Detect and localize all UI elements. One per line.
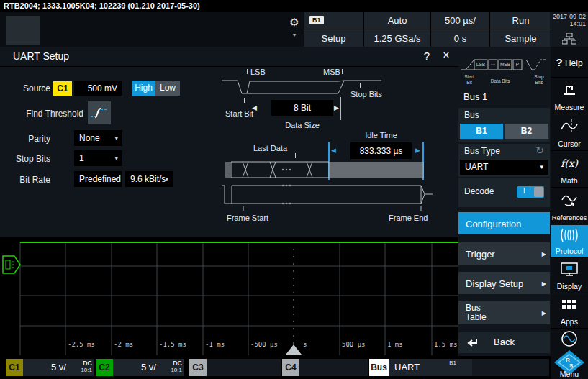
references-button[interactable]: References: [551, 188, 588, 224]
idle-time-field[interactable]: 833.333 µs: [350, 142, 412, 159]
bus-b2-button[interactable]: B2: [505, 124, 548, 139]
decrease-arrow-icon[interactable]: ◀: [252, 104, 257, 111]
toggle-on-mark: I: [523, 187, 525, 195]
polarity-high-button[interactable]: High: [132, 81, 155, 96]
start-bit-tick: [244, 98, 245, 103]
display-button[interactable]: Display: [551, 259, 588, 293]
mini-stop-bits-label: Stop: [534, 74, 544, 80]
device-info-bar: RTB2004; 1333.1005K04; 102239 (01.210 20…: [0, 0, 588, 12]
idle-right-arrow-icon[interactable]: ▶: [415, 147, 420, 154]
decode-toggle[interactable]: I: [517, 186, 544, 198]
stop-bits-label: Stop Bits: [0, 154, 50, 164]
math-button[interactable]: f(x) Math: [551, 152, 588, 188]
parity-dropdown[interactable]: None ▾: [74, 130, 122, 146]
menu-item-bus-table[interactable]: Bus Table ▶: [458, 301, 550, 324]
trigger-position-marker[interactable]: [286, 344, 302, 355]
msb-label: MSB: [323, 68, 340, 76]
c2-cell[interactable]: 5 v/ DC 10:1: [113, 359, 184, 376]
toggle-knob: [534, 187, 543, 197]
timebase-cell[interactable]: 500 µs/: [431, 12, 489, 29]
caret-down-icon[interactable]: ▾: [285, 33, 304, 37]
threshold-field[interactable]: 500 mV: [74, 81, 122, 96]
menu-item-trigger[interactable]: Trigger ▶: [458, 242, 550, 265]
parity-value: None: [79, 133, 100, 143]
menu-item-display-setup[interactable]: Display Setup ▶: [458, 272, 550, 294]
toolbar: ⚙ ▾ B1 Auto 500 µs/ Run Setup 1.25 GSa/s…: [0, 12, 588, 47]
bus-type-label: Bus Type: [464, 146, 500, 156]
bus-section-label: Bus: [464, 110, 479, 120]
submenu-arrow-icon: ▶: [542, 309, 546, 316]
toolbar-blank-button[interactable]: [6, 16, 40, 45]
c3-cell[interactable]: [207, 359, 281, 376]
acquisition-mode-cell[interactable]: Sample: [490, 29, 551, 47]
c3-badge[interactable]: C3: [189, 359, 207, 376]
question-icon: ?: [556, 56, 562, 68]
x-tick-zero: s: [303, 341, 307, 348]
x-tick: -500 µs: [250, 341, 278, 348]
bus-id-badge: B1: [449, 360, 456, 366]
polarity-low-button[interactable]: Low: [155, 81, 180, 96]
find-threshold-button[interactable]: [88, 101, 111, 124]
cursor-button[interactable]: Cursor: [551, 115, 588, 151]
lsb-tick: [247, 69, 248, 74]
frame-diagram: [220, 158, 435, 211]
stop-bits-dropdown[interactable]: 1 ▾: [74, 150, 122, 166]
references-icon: [560, 191, 579, 207]
hardkey-column: ? Help Measure Cursor f(x) Math: [551, 47, 588, 379]
apps-button[interactable]: Apps: [551, 294, 588, 329]
idle-time-label: Idle Time: [350, 131, 412, 140]
menu-button[interactable]: R S Menu: [551, 329, 588, 379]
bus-badge[interactable]: Bus: [369, 359, 389, 376]
protocol-button[interactable]: Protocol: [551, 225, 588, 258]
bus-indicator[interactable]: [2, 255, 21, 274]
sample-rate-cell[interactable]: 1.25 GSa/s: [364, 29, 430, 47]
datetime-cell[interactable]: 2017-09-02 14:01: [550, 12, 588, 47]
bus-b1-button[interactable]: B1: [460, 124, 503, 139]
c1-cell[interactable]: 5 v/ DC 10:1: [23, 359, 94, 376]
active-bus-cell[interactable]: B1: [304, 12, 363, 29]
menu-item-configuration[interactable]: Configuration: [458, 212, 550, 234]
frame-start-label: Frame Start: [227, 214, 268, 222]
data-size-label: Data Size: [271, 121, 333, 129]
c4-badge[interactable]: C4: [282, 359, 299, 376]
increase-arrow-icon[interactable]: ▶: [334, 104, 339, 111]
measure-button[interactable]: Measure: [551, 78, 588, 114]
c1-badge[interactable]: C1: [6, 359, 23, 376]
close-icon[interactable]: ×: [440, 49, 453, 62]
settings-control[interactable]: ⚙ ▾: [285, 12, 304, 47]
stop-bits-diagram-label: Stop Bits: [350, 90, 382, 99]
mini-lsb-label: LSB: [476, 62, 485, 67]
sidebar-title: Bus 1: [463, 91, 487, 102]
waveform-display[interactable]: -2.5 ms -2 ms -1.5 ms -1 ms -500 µs s 50…: [0, 237, 458, 356]
trigger-mode-cell[interactable]: Auto: [364, 12, 430, 29]
setup-cell[interactable]: Setup: [304, 29, 363, 47]
x-tick: 500 µs: [342, 341, 366, 348]
channel-bar: C1 5 v/ DC 10:1 C2 5 v/ DC 10:1 C3 C4 Bu…: [0, 356, 551, 379]
bus-b1-badge: B1: [309, 16, 324, 24]
x-tick: -1 ms: [205, 341, 225, 348]
decode-label: Decode: [464, 186, 494, 196]
bus-cell[interactable]: UART B1: [389, 359, 472, 376]
mini-data-bits-label: Data Bits: [491, 78, 510, 83]
chevron-down-icon: ▾: [114, 150, 118, 166]
idle-left-arrow-icon[interactable]: ◀: [331, 147, 336, 154]
help-icon[interactable]: ?: [421, 50, 433, 62]
c2-badge[interactable]: C2: [96, 359, 113, 376]
bit-rate-mode-dropdown[interactable]: Predefined ▾: [74, 171, 122, 187]
data-size-left-bound: [250, 97, 250, 120]
data-size-field[interactable]: 8 Bit: [271, 100, 333, 116]
horizontal-position-cell[interactable]: 0 s: [431, 29, 489, 47]
c4-cell[interactable]: [299, 359, 368, 376]
network-icon: [562, 33, 576, 45]
back-button[interactable]: Back: [458, 332, 550, 353]
bit-rate-value-dropdown[interactable]: 9.6 kBit/s ▾: [125, 171, 173, 187]
chevron-down-icon: ▾: [114, 130, 118, 146]
source-channel-badge[interactable]: C1: [53, 81, 72, 96]
gear-icon[interactable]: ⚙: [285, 12, 304, 33]
bus-type-dropdown[interactable]: UART ▾: [460, 160, 548, 175]
help-button[interactable]: ? Help: [551, 47, 588, 78]
refresh-icon[interactable]: ↻: [535, 145, 544, 156]
x-tick: -1.5 ms: [159, 341, 186, 348]
date-text: 2017-09-02: [550, 13, 586, 20]
run-state-cell[interactable]: Run: [490, 12, 551, 29]
